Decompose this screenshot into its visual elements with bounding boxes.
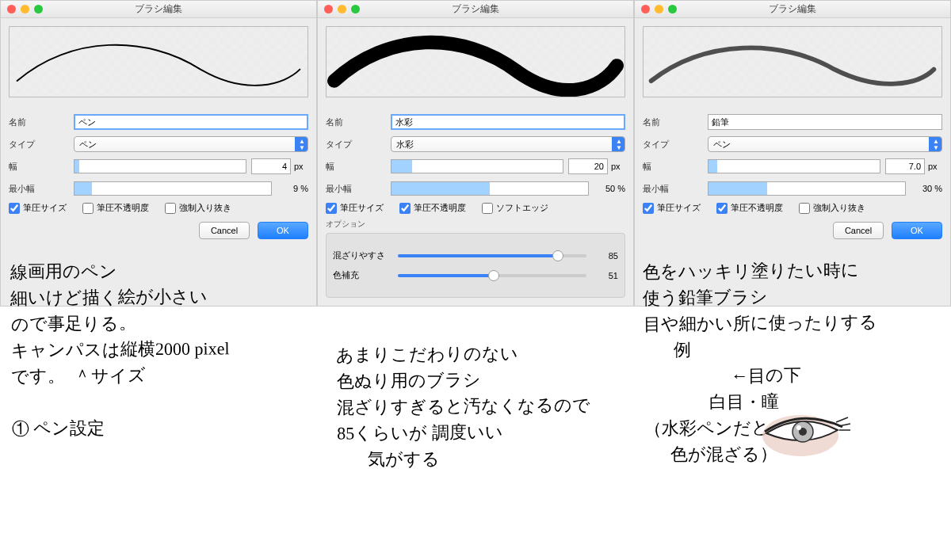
field-label: 名前 xyxy=(9,116,74,128)
checkbox-label: 筆圧サイズ xyxy=(340,202,384,214)
checkbox-input[interactable] xyxy=(82,203,94,214)
checkbox-input[interactable] xyxy=(716,203,728,214)
checkbox-label: 筆圧不透明度 xyxy=(97,202,149,214)
checkbox-input[interactable] xyxy=(399,203,411,214)
cancel-button[interactable]: Cancel xyxy=(199,222,250,239)
options-heading: オプション xyxy=(326,219,625,230)
checkbox-ソフトエッジ[interactable]: ソフトエッジ xyxy=(482,202,548,214)
checkbox-label: 筆圧不透明度 xyxy=(414,202,466,214)
checkbox-label: 強制入り抜き xyxy=(813,202,865,214)
option-slider[interactable] xyxy=(398,254,586,257)
checkbox-label: 筆圧不透明度 xyxy=(731,202,783,214)
checkbox-input[interactable] xyxy=(165,203,176,214)
checkbox-強制入り抜き[interactable]: 強制入り抜き xyxy=(165,202,231,214)
checkbox-筆圧サイズ[interactable]: 筆圧サイズ xyxy=(9,202,67,214)
option-label: 混ざりやすさ xyxy=(333,250,398,261)
svg-point-3 xyxy=(796,425,801,430)
minwidth-slider[interactable] xyxy=(391,181,589,196)
width-unit: px xyxy=(294,162,308,171)
checkbox-筆圧サイズ[interactable]: 筆圧サイズ xyxy=(643,202,701,214)
minwidth-slider[interactable] xyxy=(74,181,272,196)
field-label: タイプ xyxy=(9,139,74,150)
width-label: 幅 xyxy=(643,161,708,173)
type-select[interactable]: 水彩▲▼ xyxy=(391,136,625,152)
window-titlebar: ブラシ編集 xyxy=(635,1,950,18)
type-select[interactable]: ペン▲▼ xyxy=(708,136,942,152)
handwritten-note-center: あまりこだわりのない 色ぬり用のブラシ 混ざりすぎると汚なくなるので 85くらい… xyxy=(336,339,622,472)
name-input[interactable] xyxy=(708,114,942,130)
width-slider[interactable] xyxy=(74,159,246,173)
width-label: 幅 xyxy=(326,161,391,173)
window-titlebar: ブラシ編集 xyxy=(318,1,633,18)
minwidth-value: 9 % xyxy=(277,184,308,193)
select-value: ペン xyxy=(713,139,731,150)
checkbox-筆圧不透明度[interactable]: 筆圧不透明度 xyxy=(716,202,783,214)
checkbox-筆圧不透明度[interactable]: 筆圧不透明度 xyxy=(82,202,149,214)
width-unit: px xyxy=(928,162,942,171)
checkbox-筆圧サイズ[interactable]: 筆圧サイズ xyxy=(326,202,384,214)
width-input[interactable] xyxy=(251,158,291,174)
chevron-updown-icon: ▲▼ xyxy=(616,139,622,151)
brush-editor-panel: ブラシ編集名前タイプ水彩▲▼幅px最小幅50 %筆圧サイズ筆圧不透明度ソフトエッ… xyxy=(317,0,634,307)
checkbox-label: 強制入り抜き xyxy=(179,202,231,214)
brush-stroke-preview xyxy=(326,26,625,97)
minwidth-value: 30 % xyxy=(911,184,942,193)
window-title: ブラシ編集 xyxy=(1,2,316,16)
checkbox-label: ソフトエッジ xyxy=(496,202,548,214)
option-slider[interactable] xyxy=(398,274,586,277)
window-title: ブラシ編集 xyxy=(635,2,950,16)
checkbox-筆圧不透明度[interactable]: 筆圧不透明度 xyxy=(399,202,466,214)
minwidth-slider[interactable] xyxy=(708,181,906,196)
minwidth-label: 最小幅 xyxy=(9,183,74,195)
handwritten-note-left: 線画用のペン 細いけど描く絵が小さい ので事足りる。 キャンパスは縦横2000 … xyxy=(10,256,313,441)
brush-stroke-preview xyxy=(643,26,942,97)
name-input[interactable] xyxy=(74,114,308,130)
select-value: 水彩 xyxy=(396,139,414,150)
width-slider[interactable] xyxy=(708,159,880,173)
minwidth-label: 最小幅 xyxy=(643,183,708,195)
field-label: タイプ xyxy=(326,139,391,150)
field-label: タイプ xyxy=(643,139,708,150)
checkbox-input[interactable] xyxy=(482,203,493,214)
ok-button[interactable]: OK xyxy=(892,222,942,239)
width-label: 幅 xyxy=(9,161,74,173)
option-label: 色補充 xyxy=(333,269,398,281)
name-input[interactable] xyxy=(391,114,625,130)
checkbox-label: 筆圧サイズ xyxy=(657,202,701,214)
cancel-button[interactable]: Cancel xyxy=(833,222,884,239)
chevron-updown-icon: ▲▼ xyxy=(933,139,939,151)
checkbox-label: 筆圧サイズ xyxy=(23,202,67,214)
width-input[interactable] xyxy=(568,158,608,174)
width-unit: px xyxy=(611,162,625,171)
checkbox-input[interactable] xyxy=(643,203,654,214)
chevron-updown-icon: ▲▼ xyxy=(299,139,305,151)
checkbox-input[interactable] xyxy=(799,203,810,214)
width-slider[interactable] xyxy=(391,159,563,173)
option-value: 85 xyxy=(594,251,618,261)
checkbox-input[interactable] xyxy=(9,203,20,214)
eye-illustration xyxy=(757,400,868,463)
checkbox-強制入り抜き[interactable]: 強制入り抜き xyxy=(799,202,865,214)
window-titlebar: ブラシ編集 xyxy=(1,1,316,18)
minwidth-value: 50 % xyxy=(594,184,625,193)
minwidth-label: 最小幅 xyxy=(326,183,391,195)
brush-stroke-preview xyxy=(9,26,308,97)
field-label: 名前 xyxy=(326,116,391,128)
window-title: ブラシ編集 xyxy=(318,2,633,16)
select-value: ペン xyxy=(79,139,97,150)
field-label: 名前 xyxy=(643,116,708,128)
type-select[interactable]: ペン▲▼ xyxy=(74,136,308,152)
checkbox-input[interactable] xyxy=(326,203,337,214)
options-box: 混ざりやすさ85色補充51 xyxy=(326,233,625,298)
ok-button[interactable]: OK xyxy=(258,222,308,239)
width-input[interactable] xyxy=(885,158,925,174)
option-value: 51 xyxy=(594,271,618,280)
